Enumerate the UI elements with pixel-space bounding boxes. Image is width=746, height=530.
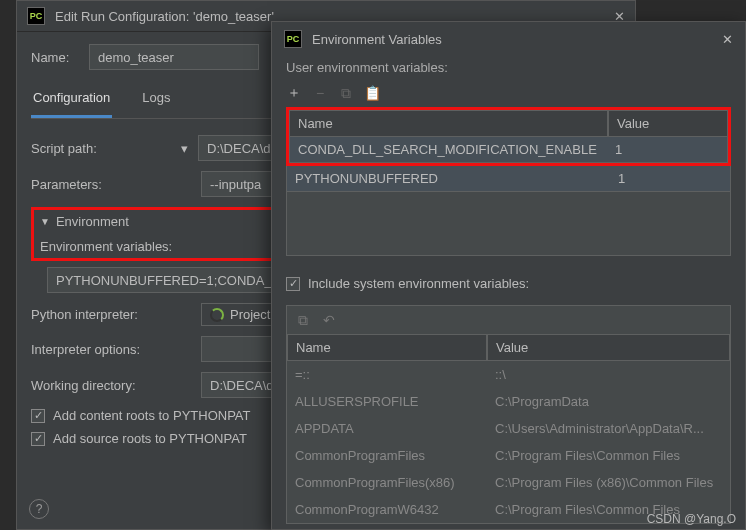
table-row[interactable]: CONDA_DLL_SEARCH_MODIFICATION_ENABLE 1 (290, 137, 727, 162)
table-row[interactable]: ALLUSERSPROFILEC:\ProgramData (287, 388, 730, 415)
table-row[interactable]: =::::\ (287, 361, 730, 388)
fg-titlebar: PC Environment Variables ✕ (272, 22, 745, 56)
table-empty-area (286, 192, 731, 256)
chevron-down-icon[interactable]: ▾ (181, 141, 188, 156)
user-env-toolbar: ＋ − ⧉ 📋 (286, 81, 731, 107)
fg-title: Environment Variables (312, 32, 712, 47)
table-row[interactable]: PYTHONUNBUFFERED 1 (287, 166, 730, 191)
table-row[interactable]: APPDATAC:\Users\Administrator\AppData\R.… (287, 415, 730, 442)
system-env-area: ⧉ ↶ Name Value =::::\ ALLUSERSPROFILEC:\… (286, 305, 731, 524)
tab-logs[interactable]: Logs (140, 84, 172, 118)
add-icon[interactable]: ＋ (286, 85, 302, 101)
name-input[interactable]: demo_teaser (89, 44, 259, 70)
system-env-body: =::::\ ALLUSERSPROFILEC:\ProgramData APP… (287, 361, 730, 523)
user-env-label: User environment variables: (286, 60, 731, 75)
col-value[interactable]: Value (608, 110, 728, 137)
system-env-header: Name Value (287, 334, 730, 361)
name-label: Name: (31, 50, 79, 65)
table-row[interactable]: CommonProgramFiles(x86)C:\Program Files … (287, 469, 730, 496)
parameters-label: Parameters: (31, 177, 171, 192)
copy-icon[interactable]: ⧉ (338, 85, 354, 101)
col-name[interactable]: Name (289, 110, 608, 137)
user-env-table-header: Name Value (289, 110, 728, 137)
environment-variables-dialog: PC Environment Variables ✕ User environm… (271, 21, 746, 530)
undo-icon[interactable]: ↶ (321, 312, 337, 328)
loading-spinner-icon (210, 308, 224, 322)
watermark: CSDN @Yang.O (647, 512, 736, 526)
checkbox-checked-icon: ✓ (31, 432, 45, 446)
table-row[interactable]: CommonProgramFilesC:\Program Files\Commo… (287, 442, 730, 469)
collapse-icon[interactable]: ▼ (40, 216, 50, 227)
script-path-label: Script path: (31, 141, 171, 156)
help-icon[interactable]: ? (29, 499, 49, 519)
pycharm-icon: PC (284, 30, 302, 48)
remove-icon[interactable]: − (312, 85, 328, 101)
user-env-table-body: CONDA_DLL_SEARCH_MODIFICATION_ENABLE 1 (289, 137, 728, 163)
pycharm-icon: PC (27, 7, 45, 25)
col-name[interactable]: Name (287, 334, 487, 361)
interp-options-label: Interpreter options: (31, 342, 171, 357)
checkbox-checked-icon: ✓ (31, 409, 45, 423)
tab-configuration[interactable]: Configuration (31, 84, 112, 118)
paste-icon[interactable]: 📋 (364, 85, 380, 101)
user-env-table-body: PYTHONUNBUFFERED 1 (286, 166, 731, 192)
close-icon[interactable]: ✕ (722, 32, 733, 47)
user-env-table-highlight: Name Value CONDA_DLL_SEARCH_MODIFICATION… (286, 107, 731, 166)
include-system-checkbox[interactable]: ✓ Include system environment variables: (286, 276, 731, 291)
checkbox-checked-icon: ✓ (286, 277, 300, 291)
interpreter-select[interactable]: Project (201, 303, 279, 326)
interpreter-label: Python interpreter: (31, 307, 171, 322)
col-value[interactable]: Value (487, 334, 730, 361)
copy-icon[interactable]: ⧉ (295, 312, 311, 328)
environment-section-label: Environment (56, 214, 129, 229)
workdir-label: Working directory: (31, 378, 171, 393)
